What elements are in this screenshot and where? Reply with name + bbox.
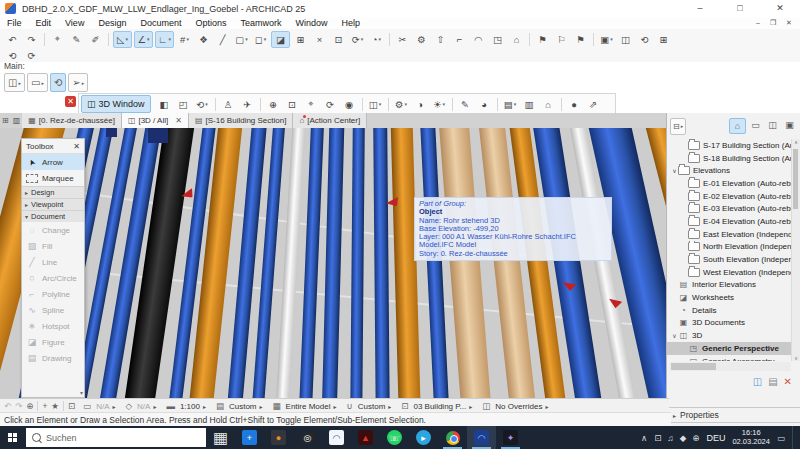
layout-book-icon[interactable]: ◫ — [765, 118, 780, 132]
tree-item[interactable]: E-03 Elevation (Auto-rebuild — [667, 202, 800, 215]
tree-item[interactable]: ◳Generic Perspective — [667, 342, 800, 355]
language-indicator[interactable]: DEU — [706, 433, 725, 443]
project-chooser-button[interactable]: ⊟▸ — [670, 118, 686, 135]
tool-drawing[interactable]: ▤Drawing — [22, 350, 84, 366]
stretch-button[interactable]: ◳ — [489, 32, 506, 47]
spatial-app-icon[interactable]: ✦ — [496, 426, 525, 449]
tree-vertical-scrollbar[interactable]: ∧∨ — [791, 139, 800, 361]
menu-options[interactable]: Options — [188, 18, 233, 28]
close-button[interactable]: ✕ — [760, 0, 800, 17]
snap-guides-button[interactable]: ∠▾ — [134, 31, 153, 48]
orbit-history-button[interactable]: ⟳ — [23, 48, 40, 63]
compass-button[interactable]: ◔▾ — [368, 32, 385, 47]
quick-option-layer-combination[interactable]: ⊡03 Building P...▸ — [395, 400, 476, 413]
quick-option-model-filter[interactable]: ▦Entire Model▸ — [267, 400, 341, 413]
quick-option-scale[interactable]: ▬1:100▸ — [160, 400, 210, 413]
show-desktop-button[interactable] — [792, 426, 796, 449]
quick-option-pen-set[interactable]: ▤Custom▸ — [210, 400, 267, 413]
tool-change[interactable]: ◌Change — [22, 222, 84, 238]
menu-help[interactable]: Help — [335, 18, 368, 28]
sun-settings-button[interactable]: ☀▾ — [431, 97, 448, 112]
maximize-button[interactable]: □ — [720, 0, 760, 17]
adjust-button[interactable]: ⚙ — [413, 32, 430, 47]
menu-file[interactable]: File — [0, 18, 29, 28]
task-view-button[interactable]: ▦ — [206, 426, 235, 449]
quick-option-graphic-override-na[interactable]: ◇N/A▸ — [119, 400, 160, 413]
tool-fill[interactable]: ▨Fill — [22, 238, 84, 254]
explore-walk-button[interactable]: ♙ — [220, 97, 237, 112]
tree-item[interactable]: ▣3D Documents — [667, 317, 800, 330]
camera-path-button[interactable]: ⌂ — [540, 97, 557, 112]
menu-design[interactable]: Design — [91, 18, 133, 28]
archicad-app-icon[interactable]: ◠ — [322, 426, 351, 449]
elevate-button[interactable]: ⇧ — [432, 32, 449, 47]
corner-button[interactable]: ⌐ — [451, 32, 468, 47]
update-drawing-button[interactable]: ⟲ — [636, 32, 653, 47]
flag-new-button[interactable]: ⚑ — [534, 32, 551, 47]
copy-drawing-button[interactable]: ◫ — [617, 32, 634, 47]
alert-close-icon[interactable]: ✕ — [65, 96, 76, 107]
properties-section-header[interactable]: ▸ Properties — [667, 407, 800, 423]
new-tab-icon[interactable]: ▥ — [13, 116, 21, 125]
acrobat-app-icon[interactable]: ▲ — [351, 426, 380, 449]
tool-marquee[interactable]: Marquee — [22, 170, 84, 186]
back-button[interactable]: ↶ — [4, 401, 11, 411]
inject-parameters-button[interactable]: ✐ — [87, 32, 104, 47]
close-view-button[interactable]: × — [311, 32, 328, 47]
whatsapp-app-icon[interactable]: ☏ — [380, 426, 409, 449]
tree-item[interactable]: ∨Elevations — [667, 164, 800, 177]
tool-arc-circle[interactable]: ○Arc/Circle — [22, 270, 84, 286]
orbit-button[interactable]: ⟲▾ — [194, 97, 211, 112]
brush-button[interactable]: ✎ — [457, 97, 474, 112]
quick-option-graphic-overrides[interactable]: ◫No Overrides▸ — [476, 400, 552, 413]
toolbox-close-icon[interactable]: ✕ — [73, 142, 80, 151]
find-select-button[interactable]: ⌖ — [49, 32, 66, 47]
lock-button[interactable]: ◻▾ — [252, 32, 269, 47]
fit-button[interactable]: ⊡ — [68, 401, 75, 411]
split-button[interactable]: ✂ — [394, 32, 411, 47]
tree-item[interactable]: E-02 Elevation (Auto-rebuild — [667, 190, 800, 203]
save-camera-button[interactable]: ▥ — [521, 97, 538, 112]
menu-edit[interactable]: Edit — [29, 18, 59, 28]
toolbox-scroll-icon[interactable]: ▾ — [80, 389, 83, 396]
menu-teamwork[interactable]: Teamwork — [233, 18, 288, 28]
grid-snap-button[interactable]: #▾ — [176, 32, 193, 47]
scrollbar-thumb[interactable] — [671, 363, 716, 370]
zoom-button[interactable]: ⊕ — [26, 401, 33, 411]
quick-option-dimension-style[interactable]: ∪Custom▸ — [341, 400, 396, 413]
fly-mode-button[interactable]: ✈ — [239, 97, 256, 112]
style-settings-button[interactable]: ⚙▾ — [393, 97, 410, 112]
tab-close-icon[interactable]: ✕ — [175, 116, 182, 125]
tool-polyline[interactable]: ⌐Polyline — [22, 286, 84, 302]
notification-center-icon[interactable]: ▭ — [777, 433, 785, 443]
tree-item[interactable]: S-18 Building Section (Auto- — [667, 152, 800, 165]
tree-horizontal-scrollbar[interactable] — [669, 362, 791, 371]
group-design[interactable]: ▸Design — [22, 186, 84, 198]
publisher-sets-icon[interactable]: ▣ — [782, 118, 797, 132]
tool-figure[interactable]: ◪Figure — [22, 334, 84, 350]
view-map-icon[interactable]: ▭ — [748, 118, 763, 132]
fit-frame-button[interactable]: ⊡ — [330, 32, 347, 47]
magic-wand-button[interactable]: ❖ — [195, 32, 212, 47]
fillet-button[interactable]: ◠ — [470, 32, 487, 47]
forward-button[interactable]: ↷ — [15, 401, 22, 411]
cutting-plane-button[interactable]: ◧ — [156, 97, 173, 112]
tree-item[interactable]: E-04 Elevation (Auto-rebuild — [667, 215, 800, 228]
audio-tray-icon[interactable]: ♫ — [667, 433, 673, 443]
shadows-button[interactable]: ◑ — [412, 97, 429, 112]
project-map-icon[interactable]: ⌂ — [729, 118, 746, 134]
tree-item[interactable]: ◱Generic Axonometry — [667, 355, 800, 361]
tree-item[interactable]: West Elevation (Independer — [667, 266, 800, 279]
chrome-app-icon[interactable] — [438, 426, 467, 449]
group-viewpoint[interactable]: ▸Viewpoint — [22, 198, 84, 210]
zoom-frame-button[interactable]: ⊡ — [284, 97, 301, 112]
delete-button[interactable]: ✕ — [784, 376, 792, 387]
tool-hotspot[interactable]: ∗Hotspot — [22, 318, 84, 334]
camera-button[interactable]: ▣▾ — [598, 32, 615, 47]
clock[interactable]: 16:16 02.03.2024 — [732, 429, 770, 446]
archicad-window-icon[interactable]: ◠ — [467, 426, 496, 449]
tree-item[interactable]: S-17 Building Section (Auto- — [667, 139, 800, 152]
cutaway-box-button[interactable]: ◰ — [175, 97, 192, 112]
marquee-frame-button[interactable]: ▢▾ — [233, 32, 250, 47]
document-window-controls[interactable]: – ❐ ✕ — [756, 19, 796, 27]
